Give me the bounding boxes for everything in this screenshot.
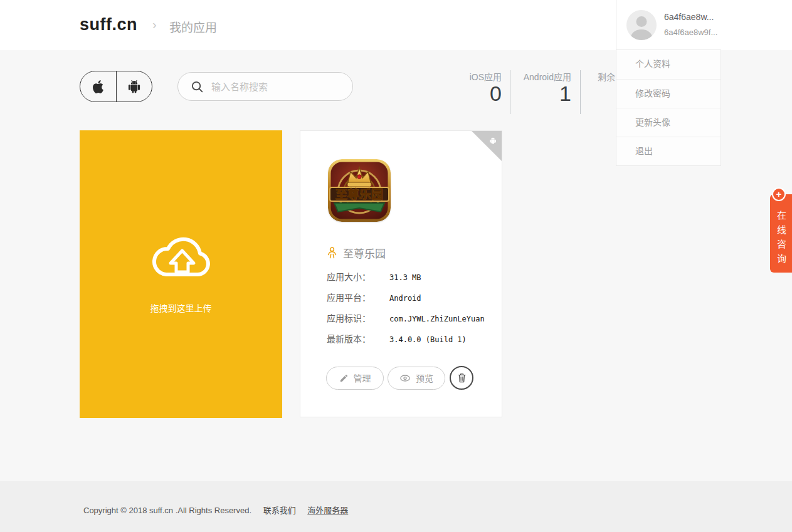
search-icon xyxy=(191,80,204,93)
android-corner-icon xyxy=(488,136,497,146)
app-name: 至尊乐园 xyxy=(343,245,386,261)
site-logo[interactable]: suff.cn xyxy=(80,15,137,34)
app-icon[interactable]: 至尊乐园 xyxy=(328,159,391,222)
cloud-upload-icon xyxy=(145,226,218,286)
plus-icon: + xyxy=(772,187,786,201)
stat-divider xyxy=(510,70,510,114)
detail-label: 应用大小： xyxy=(327,270,389,283)
filter-ios-button[interactable] xyxy=(80,71,116,102)
detail-row-platform: 应用平台： Android xyxy=(327,291,485,303)
user-menu: 个人资料 修改密码 更新头像 退出 xyxy=(616,50,721,166)
avatar[interactable] xyxy=(626,10,657,40)
detail-label: 应用标识： xyxy=(327,311,389,324)
online-consult-tab[interactable]: + 在线咨询 xyxy=(770,194,792,273)
pencil-icon xyxy=(339,373,349,383)
app-details: 应用大小： 31.3 MB 应用平台： Android 应用标识： com.JY… xyxy=(327,270,485,353)
trash-icon xyxy=(457,372,467,383)
platform-filter xyxy=(80,71,152,102)
detail-value: 31.3 MB xyxy=(389,273,421,282)
manage-button[interactable]: 管理 xyxy=(326,367,384,390)
page: suff.cn › 我的应用 iOS应用 0 Android应用 1 剩余 6a… xyxy=(0,0,792,532)
detail-label: 最新版本： xyxy=(327,332,389,345)
detail-row-size: 应用大小： 31.3 MB xyxy=(327,270,485,283)
username-long: 6a4f6ae8w9f... xyxy=(664,28,717,37)
menu-item-profile[interactable]: 个人资料 xyxy=(616,50,721,79)
detail-value: Android xyxy=(389,294,421,303)
eye-icon xyxy=(399,373,411,383)
menu-item-change-password[interactable]: 修改密码 xyxy=(616,79,721,108)
person-icon xyxy=(327,247,337,259)
detail-label: 应用平台： xyxy=(327,291,389,303)
username-short: 6a4f6ae8w... xyxy=(664,12,714,22)
app-name-row: 至尊乐园 xyxy=(327,245,386,261)
stat-divider xyxy=(580,70,581,114)
stat-android-label: Android应用 xyxy=(512,70,571,83)
search-input[interactable] xyxy=(211,81,343,92)
manage-label: 管理 xyxy=(354,372,371,384)
user-panel: 6a4f6ae8w... 6a4f6ae8w9f... 个人资料 修改密码 更新… xyxy=(616,0,721,166)
breadcrumb: 我的应用 xyxy=(169,18,217,35)
android-icon xyxy=(126,78,142,95)
apple-icon xyxy=(90,78,106,95)
breadcrumb-separator-icon: › xyxy=(152,18,157,32)
upload-hint: 拖拽到这里上传 xyxy=(80,301,282,314)
app-icon-title: 至尊乐园 xyxy=(335,187,383,201)
app-card: 至尊乐园 至尊乐园 应用大小： 31.3 MB 应用平台： Android 应用… xyxy=(300,130,502,417)
detail-value: com.JYWL.ZhiZunLeYuan xyxy=(389,315,485,323)
app-actions: 管理 预览 xyxy=(326,366,473,390)
detail-row-bundle-id: 应用标识： com.JYWL.ZhiZunLeYuan xyxy=(327,311,485,324)
user-summary[interactable]: 6a4f6ae8w... 6a4f6ae8w9f... xyxy=(616,0,721,50)
user-silhouette-icon xyxy=(626,10,657,40)
stat-ios-label: iOS应用 xyxy=(439,70,502,83)
filter-android-button[interactable] xyxy=(116,71,152,102)
preview-label: 预览 xyxy=(416,372,433,384)
stat-ios-value: 0 xyxy=(439,81,502,105)
search-box xyxy=(177,72,353,101)
copyright-text: Copyright © 2018 suff.cn .All Rights Res… xyxy=(83,506,251,515)
overseas-server-link[interactable]: 海外服务器 xyxy=(307,506,348,515)
detail-row-version: 最新版本： 3.4.0.0 (Build 1) xyxy=(327,332,485,345)
delete-button[interactable] xyxy=(450,366,473,390)
footer: Copyright © 2018 suff.cn .All Rights Res… xyxy=(0,481,792,532)
contact-us-link[interactable]: 联系我们 xyxy=(263,506,296,515)
menu-item-update-avatar[interactable]: 更新头像 xyxy=(616,108,721,137)
preview-button[interactable]: 预览 xyxy=(388,367,445,390)
online-consult-label: 在线咨询 xyxy=(774,211,788,268)
upload-dropzone[interactable]: 拖拽到这里上传 xyxy=(80,130,282,418)
detail-value: 3.4.0.0 (Build 1) xyxy=(389,335,467,344)
menu-item-logout[interactable]: 退出 xyxy=(616,137,721,165)
stat-android-value: 1 xyxy=(512,81,571,105)
